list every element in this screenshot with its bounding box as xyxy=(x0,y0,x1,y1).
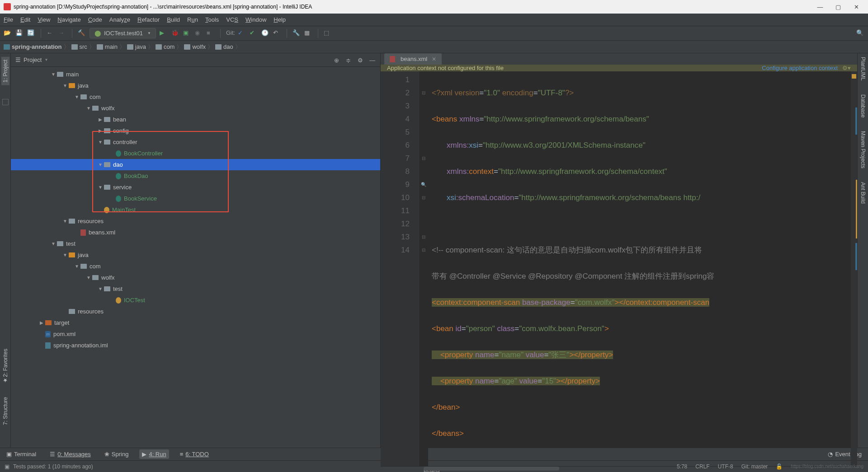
run-icon[interactable]: ▶ xyxy=(160,29,168,37)
error-stripe[interactable] xyxy=(851,71,857,466)
open-icon[interactable]: 📂 xyxy=(4,29,12,37)
run-config-selector[interactable]: ⬤IOCTest.test01 xyxy=(90,28,156,38)
tree-item-resources[interactable]: resources xyxy=(11,306,380,317)
collapse-icon[interactable]: ≑ xyxy=(346,57,352,63)
gear-icon[interactable]: ⚙ xyxy=(358,57,364,63)
search-icon[interactable]: 🔍 xyxy=(856,29,864,37)
tree-item-wolfx[interactable]: ▼wolfx xyxy=(11,103,380,114)
toolwin-favorites[interactable]: ★ 2: Favorites xyxy=(2,349,9,383)
toolwin-spring[interactable]: ❀ Spring xyxy=(102,449,132,459)
scroll-from-source-icon[interactable]: ⊕ xyxy=(334,57,340,63)
editor-tab-beans[interactable]: beans.xml ✕ xyxy=(384,53,442,65)
git-commit-icon[interactable]: ✔ xyxy=(250,29,258,37)
toolwin-database[interactable]: Database xyxy=(860,94,866,117)
hammer-icon[interactable]: 🔨 xyxy=(78,29,86,37)
coverage-icon[interactable]: ▣ xyxy=(183,29,191,37)
git-label: Git: xyxy=(226,29,234,37)
project-icon: ☰ xyxy=(15,56,21,63)
menu-analyze[interactable]: Analyze xyxy=(109,16,130,23)
banner-link[interactable]: Configure application context xyxy=(762,65,838,71)
toolwin-square-icon[interactable] xyxy=(2,99,9,105)
menu-help[interactable]: Help xyxy=(274,16,286,23)
tree-item-dao[interactable]: ▼dao xyxy=(11,159,380,170)
bc-item[interactable]: main xyxy=(97,43,118,50)
tree-item-test[interactable]: ▼test xyxy=(11,238,380,249)
menu-edit[interactable]: Edit xyxy=(20,16,30,23)
fold-gutter[interactable]: ⊟⊟🔍⊟⊟⊟ xyxy=(419,71,428,466)
tree-item-com[interactable]: ▼com xyxy=(11,91,380,103)
banner-text: Application context not configured for t… xyxy=(387,65,762,71)
bc-item[interactable]: src xyxy=(71,43,87,50)
project-panel: ☰Project▼ ⊕ ≑ ⚙ — ▼main▼java▼com▼wolfx▶b… xyxy=(11,53,381,448)
tree-item-ioctest[interactable]: IOCTest xyxy=(11,294,380,306)
tree-item-bookservice[interactable]: BookService xyxy=(11,193,380,204)
sync-icon[interactable]: 🔄 xyxy=(27,29,35,37)
git-revert-icon[interactable]: ↶ xyxy=(273,29,281,37)
tree-item-controller[interactable]: ▼controller xyxy=(11,136,380,148)
wrench-icon[interactable]: 🔧 xyxy=(292,29,301,37)
window-title: spring-annotation [D:\MyStudyProject\spr… xyxy=(14,4,816,10)
hide-icon[interactable]: — xyxy=(369,57,376,63)
back-icon[interactable]: ← xyxy=(47,29,55,37)
banner-gear-icon[interactable]: ⚙▾ xyxy=(842,65,851,71)
maximize-button[interactable]: ▢ xyxy=(834,4,843,10)
tree-item-bookdao[interactable]: BookDao xyxy=(11,170,380,182)
tree-item-service[interactable]: ▼service xyxy=(11,182,380,193)
bc-item[interactable]: dao xyxy=(215,43,233,50)
bc-module-icon[interactable]: spring-annotation xyxy=(4,43,62,50)
menu-vcs[interactable]: VCS xyxy=(226,16,238,23)
debug-icon[interactable]: 🐞 xyxy=(171,29,179,37)
close-button[interactable]: ✕ xyxy=(852,4,861,10)
bc-item[interactable]: com xyxy=(156,43,175,50)
project-tree[interactable]: ▼main▼java▼com▼wolfx▶bean▶config▼control… xyxy=(11,67,380,448)
menu-code[interactable]: Code xyxy=(88,16,102,23)
bc-item[interactable]: wolfx xyxy=(184,43,206,50)
toolwin-structure[interactable]: 7: Structure xyxy=(2,397,9,425)
tree-item-bookcontroller[interactable]: BookController xyxy=(11,148,380,159)
tree-item-resources[interactable]: ▼resources xyxy=(11,215,380,227)
tree-item-spring-annotation-iml[interactable]: spring-annotation.iml xyxy=(11,340,380,351)
tree-item-beans-xml[interactable]: beans.xml xyxy=(11,227,380,238)
toolwin-project[interactable]: 1: Project xyxy=(1,57,9,85)
toolwin-ant[interactable]: Ant Build xyxy=(860,182,866,204)
tree-item-com[interactable]: ▼com xyxy=(11,261,380,272)
menu-file[interactable]: File xyxy=(4,16,13,23)
forward-icon[interactable]: → xyxy=(58,29,66,37)
toolwin-maven[interactable]: Maven Projects xyxy=(860,131,866,168)
bc-item[interactable]: java xyxy=(127,43,146,50)
tree-item-config[interactable]: ▶config xyxy=(11,125,380,136)
tool-extra-icon[interactable]: ⬚ xyxy=(324,29,332,37)
menu-tools[interactable]: Tools xyxy=(205,16,219,23)
tree-item-bean[interactable]: ▶bean xyxy=(11,114,380,125)
save-icon[interactable]: 💾 xyxy=(15,29,24,37)
git-update-icon[interactable]: ✓ xyxy=(238,29,246,37)
menu-refactor[interactable]: Refactor xyxy=(137,16,160,23)
profile-icon[interactable]: ◉ xyxy=(195,29,203,37)
toolwin-run[interactable]: ▶ 4: Run xyxy=(139,449,169,459)
stop-icon[interactable]: ■ xyxy=(207,29,215,37)
menu-view[interactable]: View xyxy=(38,16,50,23)
close-tab-icon[interactable]: ✕ xyxy=(432,56,436,62)
git-history-icon[interactable]: 🕐 xyxy=(261,29,269,37)
toolwin-todo[interactable]: ≡ 6: TODO xyxy=(177,449,212,459)
tree-item-maintest[interactable]: MainTest xyxy=(11,204,380,215)
tree-item-java[interactable]: ▼java xyxy=(11,249,380,261)
menu-run[interactable]: Run xyxy=(187,16,198,23)
tree-item-test[interactable]: ▼test xyxy=(11,283,380,294)
tree-item-java[interactable]: ▼java xyxy=(11,80,380,91)
menu-navigate[interactable]: Navigate xyxy=(57,16,80,23)
code-editor[interactable]: <?xml version="1.0" encoding="UTF-8"?> <… xyxy=(428,71,851,466)
menu-window[interactable]: Window xyxy=(245,16,266,23)
toolwin-messages[interactable]: ☰ 0: Messages xyxy=(47,449,94,459)
tree-item-wolfx[interactable]: ▼wolfx xyxy=(11,272,380,283)
context-banner: Application context not configured for t… xyxy=(381,65,857,71)
tree-item-main[interactable]: ▼main xyxy=(11,69,380,80)
tree-item-pom-xml[interactable]: mpom.xml xyxy=(11,328,380,340)
structure-icon[interactable]: ▦ xyxy=(304,29,312,37)
menu-build[interactable]: Build xyxy=(167,16,180,23)
toolwin-plantuml[interactable]: PlantUML xyxy=(860,57,866,81)
status-icon[interactable]: ▣ xyxy=(5,463,9,470)
toolwin-terminal[interactable]: ▣ Terminal xyxy=(4,449,39,459)
minimize-button[interactable]: — xyxy=(816,4,825,10)
tree-item-target[interactable]: ▶target xyxy=(11,317,380,328)
